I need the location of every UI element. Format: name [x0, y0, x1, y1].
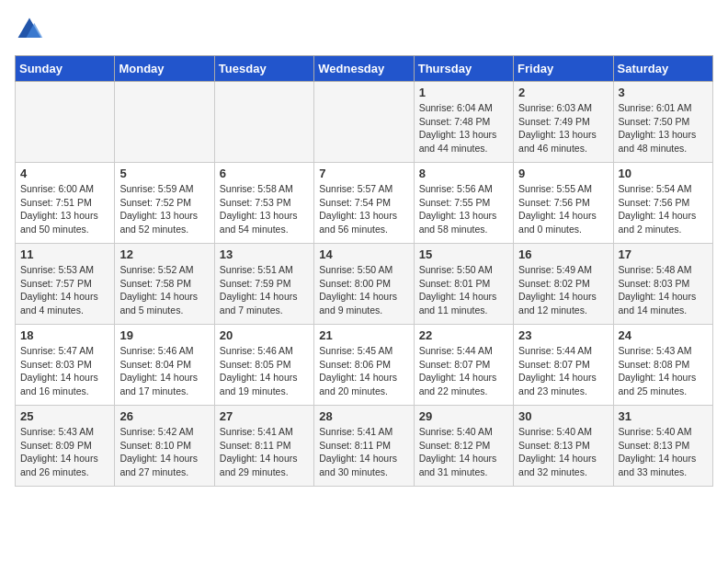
day-number: 12 [119, 247, 209, 261]
calendar-cell: 9Sunrise: 5:55 AM Sunset: 7:56 PM Daylig… [514, 163, 613, 244]
day-header-saturday: Saturday [613, 56, 712, 82]
week-row-3: 11Sunrise: 5:53 AM Sunset: 7:57 PM Dayli… [16, 244, 713, 325]
day-header-monday: Monday [115, 56, 214, 82]
day-info: Sunrise: 5:43 AM Sunset: 8:08 PM Dayligh… [619, 344, 708, 398]
day-info: Sunrise: 5:46 AM Sunset: 8:05 PM Dayligh… [220, 344, 309, 398]
day-info: Sunrise: 5:44 AM Sunset: 8:07 PM Dayligh… [518, 344, 608, 398]
calendar-cell: 7Sunrise: 5:57 AM Sunset: 7:54 PM Daylig… [314, 163, 414, 244]
day-number: 24 [619, 328, 708, 342]
day-number: 26 [119, 409, 209, 423]
day-info: Sunrise: 5:40 AM Sunset: 8:13 PM Dayligh… [619, 425, 708, 479]
calendar-cell: 30Sunrise: 5:40 AM Sunset: 8:13 PM Dayli… [514, 406, 613, 487]
day-number: 3 [619, 86, 708, 99]
week-row-4: 18Sunrise: 5:47 AM Sunset: 8:03 PM Dayli… [16, 325, 713, 406]
calendar-cell: 1Sunrise: 6:04 AM Sunset: 7:48 PM Daylig… [414, 82, 513, 163]
day-number: 16 [518, 247, 608, 261]
calendar-cell: 12Sunrise: 5:52 AM Sunset: 7:58 PM Dayli… [115, 244, 214, 325]
week-row-1: 1Sunrise: 6:04 AM Sunset: 7:48 PM Daylig… [16, 82, 713, 163]
logo-icon [15, 15, 44, 44]
calendar-cell: 28Sunrise: 5:41 AM Sunset: 8:11 PM Dayli… [314, 406, 414, 487]
day-info: Sunrise: 5:59 AM Sunset: 7:52 PM Dayligh… [119, 182, 209, 236]
calendar-cell: 25Sunrise: 5:43 AM Sunset: 8:09 PM Dayli… [16, 406, 115, 487]
calendar-cell: 15Sunrise: 5:50 AM Sunset: 8:01 PM Dayli… [414, 244, 513, 325]
day-info: Sunrise: 5:50 AM Sunset: 8:01 PM Dayligh… [419, 263, 508, 317]
day-number: 21 [319, 328, 408, 342]
calendar-cell: 24Sunrise: 5:43 AM Sunset: 8:08 PM Dayli… [613, 325, 712, 406]
calendar-cell: 27Sunrise: 5:41 AM Sunset: 8:11 PM Dayli… [214, 406, 313, 487]
calendar-cell: 5Sunrise: 5:59 AM Sunset: 7:52 PM Daylig… [115, 163, 214, 244]
day-info: Sunrise: 5:45 AM Sunset: 8:06 PM Dayligh… [319, 344, 408, 398]
day-info: Sunrise: 5:47 AM Sunset: 8:03 PM Dayligh… [20, 344, 109, 398]
calendar-cell: 23Sunrise: 5:44 AM Sunset: 8:07 PM Dayli… [514, 325, 613, 406]
day-number: 15 [419, 247, 508, 261]
calendar-cell: 6Sunrise: 5:58 AM Sunset: 7:53 PM Daylig… [214, 163, 313, 244]
day-header-sunday: Sunday [16, 56, 115, 82]
day-info: Sunrise: 6:01 AM Sunset: 7:50 PM Dayligh… [619, 101, 708, 155]
day-info: Sunrise: 5:51 AM Sunset: 7:59 PM Dayligh… [220, 263, 309, 317]
calendar-cell: 10Sunrise: 5:54 AM Sunset: 7:56 PM Dayli… [613, 163, 712, 244]
day-info: Sunrise: 5:57 AM Sunset: 7:54 PM Dayligh… [319, 182, 408, 236]
day-number: 17 [619, 247, 708, 261]
calendar-cell: 14Sunrise: 5:50 AM Sunset: 8:00 PM Dayli… [314, 244, 414, 325]
page-header [15, 15, 713, 44]
day-info: Sunrise: 5:41 AM Sunset: 8:11 PM Dayligh… [220, 425, 309, 479]
day-info: Sunrise: 5:58 AM Sunset: 7:53 PM Dayligh… [220, 182, 309, 236]
day-header-thursday: Thursday [414, 56, 513, 82]
calendar-cell: 2Sunrise: 6:03 AM Sunset: 7:49 PM Daylig… [514, 82, 613, 163]
day-number: 8 [419, 167, 508, 180]
day-info: Sunrise: 5:56 AM Sunset: 7:55 PM Dayligh… [419, 182, 508, 236]
logo [15, 15, 48, 44]
day-info: Sunrise: 5:46 AM Sunset: 8:04 PM Dayligh… [119, 344, 209, 398]
day-info: Sunrise: 6:03 AM Sunset: 7:49 PM Dayligh… [518, 101, 608, 155]
day-info: Sunrise: 5:50 AM Sunset: 8:00 PM Dayligh… [319, 263, 408, 317]
calendar-cell: 21Sunrise: 5:45 AM Sunset: 8:06 PM Dayli… [314, 325, 414, 406]
calendar-header-row: SundayMondayTuesdayWednesdayThursdayFrid… [16, 56, 713, 82]
day-number: 7 [319, 167, 408, 180]
calendar-cell: 17Sunrise: 5:48 AM Sunset: 8:03 PM Dayli… [613, 244, 712, 325]
calendar-cell: 3Sunrise: 6:01 AM Sunset: 7:50 PM Daylig… [613, 82, 712, 163]
day-info: Sunrise: 5:53 AM Sunset: 7:57 PM Dayligh… [20, 263, 109, 317]
day-header-wednesday: Wednesday [314, 56, 414, 82]
day-header-friday: Friday [514, 56, 613, 82]
day-number: 31 [619, 409, 708, 423]
calendar-cell [214, 82, 313, 163]
day-number: 10 [619, 167, 708, 180]
calendar-cell: 29Sunrise: 5:40 AM Sunset: 8:12 PM Dayli… [414, 406, 513, 487]
day-info: Sunrise: 5:41 AM Sunset: 8:11 PM Dayligh… [319, 425, 408, 479]
day-number: 2 [518, 86, 608, 99]
calendar-cell: 16Sunrise: 5:49 AM Sunset: 8:02 PM Dayli… [514, 244, 613, 325]
calendar-cell: 26Sunrise: 5:42 AM Sunset: 8:10 PM Dayli… [115, 406, 214, 487]
day-info: Sunrise: 5:48 AM Sunset: 8:03 PM Dayligh… [619, 263, 708, 317]
day-number: 14 [319, 247, 408, 261]
calendar-cell: 4Sunrise: 6:00 AM Sunset: 7:51 PM Daylig… [16, 163, 115, 244]
day-number: 28 [319, 409, 408, 423]
day-number: 11 [20, 247, 109, 261]
calendar-cell: 31Sunrise: 5:40 AM Sunset: 8:13 PM Dayli… [613, 406, 712, 487]
day-number: 19 [119, 328, 209, 342]
calendar-cell: 19Sunrise: 5:46 AM Sunset: 8:04 PM Dayli… [115, 325, 214, 406]
day-number: 27 [220, 409, 309, 423]
calendar-cell [115, 82, 214, 163]
day-number: 25 [20, 409, 109, 423]
calendar-cell [16, 82, 115, 163]
day-info: Sunrise: 5:40 AM Sunset: 8:12 PM Dayligh… [419, 425, 508, 479]
day-info: Sunrise: 5:52 AM Sunset: 7:58 PM Dayligh… [119, 263, 209, 317]
calendar-cell [314, 82, 414, 163]
calendar-cell: 18Sunrise: 5:47 AM Sunset: 8:03 PM Dayli… [16, 325, 115, 406]
day-number: 20 [220, 328, 309, 342]
day-number: 1 [419, 86, 508, 99]
calendar-cell: 13Sunrise: 5:51 AM Sunset: 7:59 PM Dayli… [214, 244, 313, 325]
day-info: Sunrise: 6:00 AM Sunset: 7:51 PM Dayligh… [20, 182, 109, 236]
day-info: Sunrise: 5:55 AM Sunset: 7:56 PM Dayligh… [518, 182, 608, 236]
calendar-cell: 22Sunrise: 5:44 AM Sunset: 8:07 PM Dayli… [414, 325, 513, 406]
day-number: 29 [419, 409, 508, 423]
day-number: 13 [220, 247, 309, 261]
day-number: 6 [220, 167, 309, 180]
day-info: Sunrise: 5:49 AM Sunset: 8:02 PM Dayligh… [518, 263, 608, 317]
calendar-cell: 20Sunrise: 5:46 AM Sunset: 8:05 PM Dayli… [214, 325, 313, 406]
day-number: 5 [119, 167, 209, 180]
day-info: Sunrise: 5:40 AM Sunset: 8:13 PM Dayligh… [518, 425, 608, 479]
day-number: 4 [20, 167, 109, 180]
day-info: Sunrise: 6:04 AM Sunset: 7:48 PM Dayligh… [419, 101, 508, 155]
day-number: 22 [419, 328, 508, 342]
